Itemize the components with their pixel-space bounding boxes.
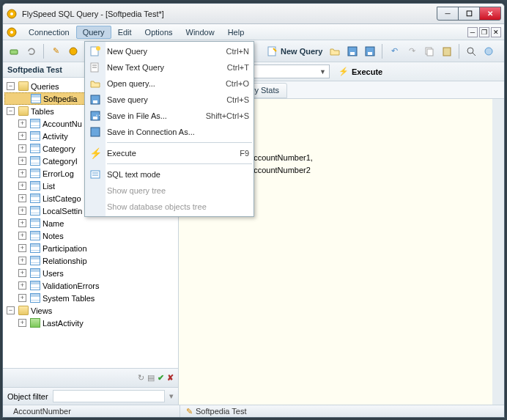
settings-icon[interactable]	[481, 43, 497, 59]
menu-item-sql-text-mode[interactable]: SQL text mode	[85, 166, 253, 183]
mdi-close-button[interactable]: ✕	[491, 27, 501, 37]
blank-icon	[88, 184, 103, 197]
expand-icon[interactable]: −	[7, 306, 15, 314]
menubar: ConnectionQueryEditOptionsWindowHelp ─ ❐…	[3, 24, 504, 40]
reload-icon[interactable]: ↻	[138, 373, 144, 383]
table-icon	[30, 194, 40, 203]
folder-icon	[18, 106, 29, 116]
tree-table-item[interactable]: +Name	[4, 217, 177, 229]
menu-item-save-in-connection-as-[interactable]: Save in Connection As...	[85, 124, 253, 140]
execute-icon: ⚡	[88, 147, 103, 160]
menu-edit[interactable]: Edit	[111, 26, 138, 39]
menu-item-execute[interactable]: ⚡ExecuteF9	[85, 145, 253, 161]
sqlmode-icon	[88, 168, 103, 181]
menu-help[interactable]: Help	[221, 26, 251, 39]
find-icon[interactable]	[463, 43, 479, 59]
saveconn-icon	[88, 125, 103, 139]
minimize-button[interactable]: ─	[437, 7, 459, 21]
menu-item-new-text-query[interactable]: New Text QueryCtrl+T	[85, 59, 253, 75]
svg-line-15	[473, 53, 475, 56]
table-icon	[30, 231, 40, 240]
menu-query[interactable]: Query	[76, 26, 111, 39]
close-button[interactable]: ✕	[479, 7, 501, 21]
window-title: FlySpeed SQL Query - [Softpedia Test*]	[22, 10, 437, 18]
apply-icon[interactable]: ✔	[158, 373, 164, 383]
svg-point-16	[485, 48, 492, 55]
new-query-button[interactable]: New Query	[264, 45, 325, 57]
expand-icon[interactable]: +	[18, 319, 26, 327]
mdi-minimize-button[interactable]: ─	[467, 27, 478, 37]
expand-icon[interactable]: +	[18, 157, 26, 165]
paste-icon[interactable]	[439, 43, 455, 59]
maximize-button[interactable]: ☐	[458, 7, 480, 21]
saveas-icon: …	[88, 109, 103, 122]
expand-icon[interactable]: +	[18, 144, 26, 152]
tree-table-item[interactable]: +System Tables	[4, 292, 177, 304]
tree-table-item[interactable]: +Notes	[4, 229, 177, 242]
expand-icon[interactable]: +	[18, 232, 26, 240]
tree-table-item[interactable]: +Relationship	[4, 254, 177, 267]
expand-icon[interactable]: +	[18, 207, 26, 215]
connect-icon[interactable]	[6, 43, 22, 59]
expand-icon[interactable]: +	[18, 132, 26, 140]
expand-icon[interactable]: +	[18, 169, 26, 177]
titlebar[interactable]: FlySpeed SQL Query - [Softpedia Test*] ─…	[3, 4, 504, 24]
menu-item-new-query[interactable]: New QueryCtrl+N	[85, 43, 253, 59]
menu-connection[interactable]: Connection	[22, 26, 76, 39]
statusbar: AccountNumber ✎ Softpedia Test	[3, 405, 504, 417]
expand-icon[interactable]: +	[18, 182, 26, 190]
undo-icon[interactable]: ↶	[386, 43, 402, 59]
tree-table-item[interactable]: +Participation	[4, 242, 177, 254]
svg-rect-6	[268, 47, 275, 56]
view-icon	[30, 318, 40, 328]
table-icon	[30, 268, 40, 278]
cancel-icon[interactable]: ✘	[167, 373, 174, 383]
object-filter-input[interactable]	[53, 390, 165, 402]
expand-icon[interactable]: +	[18, 219, 26, 227]
saveas-icon[interactable]	[362, 43, 378, 59]
expand-icon[interactable]: −	[7, 82, 15, 90]
bolt-icon: ⚡	[338, 67, 349, 76]
tree-views[interactable]: −Views	[4, 304, 177, 317]
chevron-down-icon[interactable]: ▾	[169, 391, 174, 401]
expand-icon[interactable]: +	[18, 294, 26, 302]
refresh-icon[interactable]	[23, 43, 40, 59]
table-icon	[30, 131, 40, 141]
tree-table-item[interactable]: +ValidationErrors	[4, 279, 177, 292]
menu-item-open-query-[interactable]: Open query...Ctrl+O	[85, 75, 253, 92]
mdi-restore-button[interactable]: ❐	[479, 27, 489, 37]
expand-icon[interactable]: +	[18, 269, 26, 277]
svg-point-18	[96, 46, 100, 51]
menu-window[interactable]: Window	[180, 26, 221, 39]
svg-rect-4	[10, 50, 18, 54]
open-icon[interactable]	[327, 43, 343, 59]
table-icon	[30, 281, 40, 290]
execute-button[interactable]: ⚡ Execute	[334, 65, 387, 78]
expand-icon[interactable]: +	[18, 119, 26, 128]
save-icon[interactable]	[344, 43, 360, 59]
status-left: AccountNumber	[13, 407, 71, 416]
menu-options[interactable]: Options	[138, 26, 180, 39]
expand-icon[interactable]: +	[18, 257, 26, 265]
edit-icon[interactable]: ✎	[48, 43, 64, 59]
filter-view-icon[interactable]: ▤	[147, 373, 155, 383]
expand-icon[interactable]: −	[7, 107, 15, 115]
redo-icon[interactable]: ↷	[404, 43, 420, 59]
svg-rect-8	[350, 52, 355, 55]
table-icon	[30, 206, 40, 215]
menu-item-save-in-file-as-[interactable]: …Save in File As...Shift+Ctrl+S	[85, 108, 253, 124]
table-icon	[30, 156, 40, 166]
status-right: Softpedia Test	[196, 407, 247, 416]
sidebar-tools: ↻ ▤ ✔ ✘	[3, 368, 178, 387]
tree-table-item[interactable]: +Users	[4, 267, 177, 279]
expand-icon[interactable]: +	[18, 194, 26, 202]
menu-item-save-query[interactable]: Save queryCtrl+S	[85, 92, 253, 108]
expand-icon[interactable]: +	[18, 244, 26, 252]
svg-point-5	[70, 48, 77, 55]
app-icon	[6, 8, 18, 20]
tree-view-item[interactable]: +LastActivity	[4, 317, 177, 329]
copy-icon[interactable]	[421, 43, 437, 59]
gear-tb-icon[interactable]	[65, 43, 81, 59]
pencil-icon: ✎	[186, 407, 193, 416]
expand-icon[interactable]: +	[18, 281, 26, 290]
